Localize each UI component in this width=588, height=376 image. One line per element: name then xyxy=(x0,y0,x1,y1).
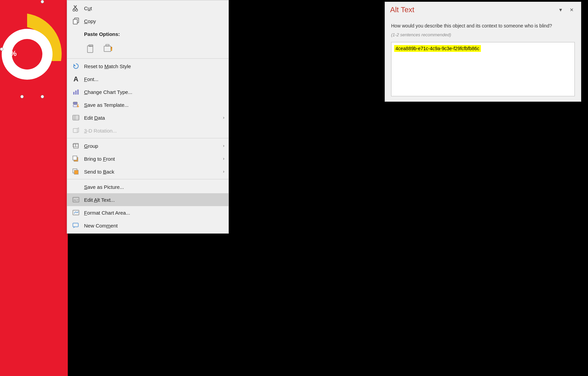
alt-text-panel: Alt Text ▼ ✕ How would you describe this… xyxy=(385,2,581,102)
svg-rect-27 xyxy=(73,128,77,133)
svg-point-4 xyxy=(73,9,75,11)
paste-default-button[interactable] xyxy=(84,42,98,56)
change-chart-icon xyxy=(71,87,81,97)
new-comment-icon xyxy=(71,221,81,230)
menu-item-3d-rotation: 3-D Rotation... xyxy=(67,124,228,137)
separator-1 xyxy=(67,58,228,59)
copy-icon xyxy=(71,16,81,26)
svg-rect-34 xyxy=(74,170,78,174)
group-arrow: › xyxy=(223,143,224,148)
svg-rect-18 xyxy=(77,90,79,95)
svg-line-2 xyxy=(74,5,77,9)
edit-data-icon xyxy=(71,113,81,122)
edit-data-arrow: › xyxy=(223,115,224,120)
chart-background: 51% xyxy=(0,0,68,376)
menu-item-paste-header: Paste Options: xyxy=(67,27,228,40)
svg-rect-9 xyxy=(87,46,93,53)
panel-header: Alt Text ▼ ✕ xyxy=(385,2,581,18)
menu-item-save-picture[interactable]: Save as Picture... xyxy=(67,180,228,193)
menu-item-save-template[interactable]: Save as Template... xyxy=(67,98,228,111)
svg-point-5 xyxy=(76,9,78,11)
paste-header-icon xyxy=(71,29,81,39)
edit-data-label: Edit Data xyxy=(84,115,223,121)
svg-rect-29 xyxy=(76,144,78,147)
separator-3 xyxy=(67,179,228,179)
selection-handle-bottom-left[interactable] xyxy=(20,95,24,98)
paste-options-label: Paste Options: xyxy=(84,31,224,37)
bring-front-label: Bring to Front xyxy=(84,156,223,162)
cut-icon xyxy=(71,3,81,13)
svg-rect-32 xyxy=(73,156,77,160)
group-label: Group xyxy=(84,143,223,149)
alt-text-content-area[interactable]: 4cea889b-e71c-4c9a-9c3e-f29fcfbfb86c xyxy=(391,42,575,96)
new-comment-label: New Comment xyxy=(84,223,224,229)
selection-handle-top[interactable] xyxy=(41,0,44,3)
edit-alt-text-label: Edit Alt Text... xyxy=(84,197,224,203)
selection-handle-bottom[interactable] xyxy=(41,95,44,98)
format-chart-icon xyxy=(71,208,81,217)
svg-rect-23 xyxy=(73,115,79,120)
send-back-label: Send to Back xyxy=(84,169,223,175)
alt-text-highlighted-value: 4cea889b-e71c-4c9a-9c3e-f29fcfbfb86c xyxy=(394,45,481,52)
svg-rect-17 xyxy=(75,91,77,95)
bring-front-icon xyxy=(71,154,81,163)
panel-dropdown-button[interactable]: ▼ xyxy=(556,6,565,14)
panel-hint: (1-2 sentences recommended) xyxy=(391,32,575,37)
menu-item-edit-alt-text[interactable]: ALT Edit Alt Text... xyxy=(67,193,228,206)
panel-close-button[interactable]: ✕ xyxy=(568,6,576,14)
reset-label: Reset to Match Style xyxy=(84,63,224,69)
save-template-icon xyxy=(71,100,81,110)
edit-alt-text-icon: ALT xyxy=(71,195,81,204)
menu-item-cut[interactable]: Cut xyxy=(67,2,228,15)
menu-item-new-comment[interactable]: New Comment xyxy=(67,219,228,232)
svg-rect-13 xyxy=(111,47,112,51)
svg-text:ALT: ALT xyxy=(74,199,78,202)
group-icon xyxy=(71,141,81,151)
format-chart-label: Format Chart Area... xyxy=(84,210,224,216)
menu-item-reset[interactable]: Reset to Match Style xyxy=(67,60,228,73)
save-template-label: Save as Template... xyxy=(84,102,224,108)
svg-rect-10 xyxy=(89,46,91,46)
cut-label: Cut xyxy=(84,5,224,11)
paste-image-button[interactable] xyxy=(101,42,115,56)
svg-rect-11 xyxy=(104,46,111,52)
panel-body: How would you describe this object and i… xyxy=(385,18,581,101)
menu-item-font[interactable]: A Font... xyxy=(67,73,228,85)
svg-rect-28 xyxy=(73,144,76,147)
bring-front-arrow: › xyxy=(223,156,224,161)
svg-rect-12 xyxy=(106,44,109,46)
paste-options-row xyxy=(67,40,228,57)
selection-handle-left[interactable] xyxy=(0,47,3,51)
svg-rect-37 xyxy=(73,210,79,215)
menu-item-group[interactable]: Group › xyxy=(67,139,228,152)
menu-item-format-chart[interactable]: Format Chart Area... xyxy=(67,206,228,219)
svg-line-3 xyxy=(73,5,77,9)
menu-item-edit-data[interactable]: Edit Data › xyxy=(67,111,228,124)
context-menu: Cut Copy Paste Options: Reset to Match S… xyxy=(67,0,229,234)
3d-rotation-icon xyxy=(71,126,81,135)
font-icon: A xyxy=(71,74,81,84)
svg-rect-16 xyxy=(73,92,75,95)
3d-rotation-label: 3-D Rotation... xyxy=(84,128,224,134)
menu-item-copy[interactable]: Copy xyxy=(67,15,228,27)
panel-title: Alt Text xyxy=(390,5,556,14)
separator-2 xyxy=(67,138,228,138)
svg-rect-19 xyxy=(73,102,77,104)
svg-rect-38 xyxy=(73,223,78,227)
svg-rect-14 xyxy=(111,47,112,48)
font-label: Font... xyxy=(84,76,224,82)
menu-item-change-chart[interactable]: Change Chart Type... xyxy=(67,85,228,98)
svg-rect-7 xyxy=(73,19,77,24)
panel-controls: ▼ ✕ xyxy=(556,6,576,14)
save-picture-icon xyxy=(71,182,81,192)
reset-icon xyxy=(71,61,81,71)
menu-item-send-back[interactable]: Send to Back › xyxy=(67,165,228,178)
change-chart-label: Change Chart Type... xyxy=(84,89,224,95)
copy-label: Copy xyxy=(84,18,224,24)
panel-description: How would you describe this object and i… xyxy=(391,23,575,29)
send-back-icon xyxy=(71,167,81,176)
menu-item-bring-front[interactable]: Bring to Front › xyxy=(67,152,228,165)
svg-marker-15 xyxy=(74,64,76,66)
svg-rect-20 xyxy=(73,105,77,107)
send-back-arrow: › xyxy=(223,169,224,174)
